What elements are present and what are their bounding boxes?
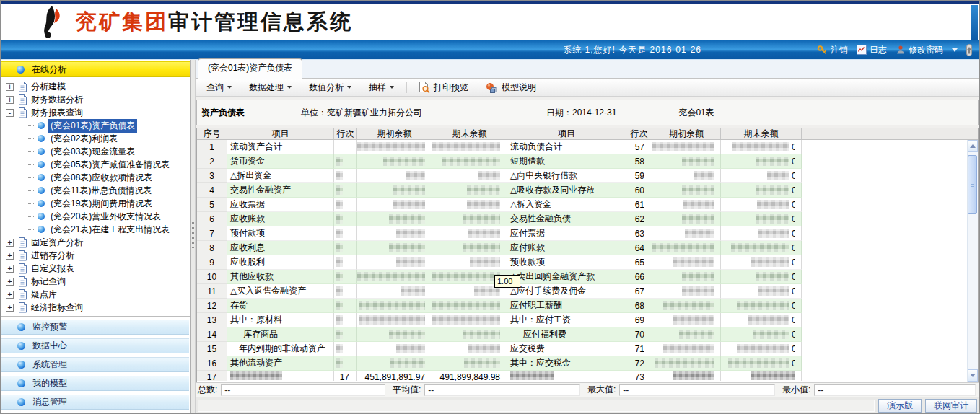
- row-filler: [802, 154, 978, 169]
- tree-item[interactable]: +自定义报表: [1, 262, 190, 275]
- censored-value: [336, 272, 343, 281]
- sidebar-section[interactable]: 我的模型: [1, 376, 189, 391]
- tree-leaf[interactable]: (兖会05表)资产减值准备情况表: [1, 158, 190, 171]
- line-no-cell-left: [334, 140, 357, 154]
- censored-value: [756, 157, 789, 166]
- table-row[interactable]: 4交易性金融资产△吸收存款及同业存放600: [197, 183, 978, 198]
- toolbar-menu[interactable]: 数值分析: [302, 80, 358, 95]
- toolbar: 查询数据处理数值分析抽样打印预览模型说明: [196, 79, 979, 97]
- table-row[interactable]: 16其他流动资产其中：应交税金720: [197, 356, 978, 371]
- table-row[interactable]: 1流动资产合计流动负债合计570: [197, 140, 978, 154]
- tree-item-label: 分析建模: [31, 81, 66, 93]
- item-cell-left: △拆出资金: [227, 169, 334, 183]
- toolbar-button-label: 打印预览: [434, 82, 468, 94]
- tree-expander-icon[interactable]: +: [6, 304, 14, 312]
- line-no-cell-left: [334, 327, 357, 342]
- table-row-partial[interactable]: 1717451,891,891.97491,899,849.9873: [197, 371, 978, 381]
- footer-button[interactable]: 演示版: [878, 399, 922, 413]
- tree-item[interactable]: -财务报表查询: [1, 106, 190, 119]
- tree-expander-icon[interactable]: -: [6, 109, 14, 117]
- sidebar-section[interactable]: 系统管理: [1, 357, 189, 372]
- stat-value: --: [428, 385, 434, 395]
- table-row[interactable]: 5应收票据△拆入资金610: [197, 198, 978, 212]
- scrollbar-up-button[interactable]: [968, 140, 978, 152]
- tree-expander-icon[interactable]: +: [6, 252, 14, 260]
- tree-leaf[interactable]: (兖会01表)资产负债表: [1, 119, 190, 132]
- tree-expander-icon[interactable]: +: [6, 291, 14, 299]
- censored-value: [767, 171, 789, 180]
- sidebar-item-online-analysis[interactable]: 在线分析: [1, 61, 190, 77]
- topbar-link[interactable]: 日志: [857, 44, 887, 56]
- tree-leaf[interactable]: (兖会08表)应收款项情况表: [1, 171, 190, 184]
- tree-item[interactable]: +疑点库: [1, 288, 190, 301]
- tree-expander-icon[interactable]: +: [6, 83, 14, 91]
- scrollbar-down-button[interactable]: [968, 369, 978, 382]
- end-balance-cell-right: 0: [721, 327, 802, 342]
- tree-expander-icon[interactable]: +: [6, 96, 14, 104]
- tree-leaf[interactable]: (兖会02表)利润表: [1, 132, 190, 145]
- censored-value: [336, 243, 343, 252]
- tree-item[interactable]: +财务数据分析: [1, 93, 190, 106]
- table-row[interactable]: 9应收股利预收款项650: [197, 255, 978, 270]
- chevron-down-icon[interactable]: [952, 48, 958, 52]
- begin-balance-cell-right: [652, 371, 721, 381]
- table-row[interactable]: 15一年内到期的非流动资产应交税费710: [197, 342, 978, 356]
- column-header: 序号: [197, 128, 227, 139]
- end-balance-cell-right: 0: [721, 356, 802, 371]
- sidebar-section[interactable]: 监控预警: [1, 320, 189, 335]
- chevron-down-icon: [227, 86, 232, 89]
- stat-value: --: [623, 385, 629, 395]
- tree-leaf[interactable]: (兖会03表)现金流量表: [1, 145, 190, 158]
- toolbar-button[interactable]: 模型说明: [479, 80, 543, 95]
- toolbar-button[interactable]: 打印预览: [411, 80, 475, 95]
- tree-expander-icon[interactable]: +: [6, 239, 14, 247]
- tree-leaf-label: (兖会11表)带息负债情况表: [48, 184, 154, 198]
- toolbar-menu[interactable]: 数据处理: [242, 80, 298, 95]
- tree-expander-icon[interactable]: +: [6, 278, 14, 286]
- tree-item[interactable]: +经济指标查询: [1, 301, 190, 314]
- tree-item[interactable]: +分析建模: [1, 80, 190, 93]
- table-row[interactable]: 3△拆出资金△向中央银行借款590: [197, 169, 978, 183]
- tree-leaf[interactable]: (兖会20表)营业外收支情况表: [1, 210, 190, 223]
- begin-balance-cell-right: [652, 255, 721, 270]
- sidebar-splitter[interactable]: [191, 60, 196, 413]
- toolbar-menu[interactable]: 查询: [200, 80, 238, 95]
- tree-leaf[interactable]: (兖会19表)期间费用情况表: [1, 197, 190, 210]
- toolbar-menu[interactable]: 抽样: [362, 80, 401, 95]
- scroll-top-icon[interactable]: [965, 44, 974, 56]
- table-row[interactable]: 6应收账款交易性金融负债620: [197, 212, 978, 226]
- tree-connector-icon: [28, 177, 34, 178]
- tree-leaf[interactable]: (兖会21表)在建工程支出情况表: [1, 223, 190, 236]
- tree-expander-icon[interactable]: +: [6, 265, 14, 273]
- grid-body: 1流动资产合计流动负债合计5702货币资金短期借款5803△拆出资金△向中央银行…: [197, 140, 978, 382]
- censored-value: [756, 214, 789, 224]
- tab-balance-sheet[interactable]: (兖会01表)资产负债表: [198, 58, 302, 79]
- sidebar-section[interactable]: 消息管理: [1, 395, 189, 410]
- tree-item[interactable]: +标记查询: [1, 275, 190, 288]
- tree-item-label: 财务数据分析: [31, 94, 83, 106]
- topbar-link[interactable]: 修改密码: [896, 44, 943, 56]
- table-row[interactable]: 14库存商品应付福利费700: [197, 327, 978, 342]
- table-row[interactable]: 2货币资金短期借款580: [197, 154, 978, 169]
- scrollbar-thumb[interactable]: [968, 155, 977, 214]
- model-info-icon: [486, 82, 498, 93]
- table-row[interactable]: 11△买入返售金融资产△应付手续费及佣金670: [197, 284, 978, 299]
- line-no-cell-right: 72: [626, 356, 652, 371]
- table-row[interactable]: 12存货应付职工薪酬680: [197, 299, 978, 313]
- tree-item[interactable]: +固定资产分析: [1, 236, 190, 249]
- table-row[interactable]: 10其他应收款△卖出回购金融资产款660: [197, 270, 978, 284]
- sidebar-section[interactable]: 数据中心: [1, 338, 189, 353]
- end-balance-cell-right: [721, 371, 802, 381]
- footer-button[interactable]: 联网审计: [925, 399, 977, 413]
- tree-leaf[interactable]: (兖会11表)带息负债情况表: [1, 184, 190, 197]
- table-row[interactable]: 7预付款项应付票据630: [197, 226, 978, 241]
- end-balance-cell-right: 0: [721, 140, 802, 154]
- topbar-link[interactable]: 注销: [817, 44, 848, 56]
- topbar-link-label: 修改密码: [909, 44, 943, 56]
- line-no-cell-right: 73: [626, 371, 652, 381]
- scrollbar-track[interactable]: [968, 152, 978, 369]
- tree-item[interactable]: +进销存分析: [1, 249, 190, 262]
- table-row[interactable]: 13其中：原材料其中：应付工资690: [197, 313, 978, 327]
- vertical-scrollbar[interactable]: [967, 140, 978, 382]
- table-row[interactable]: 8应收利息应付账款640: [197, 241, 978, 255]
